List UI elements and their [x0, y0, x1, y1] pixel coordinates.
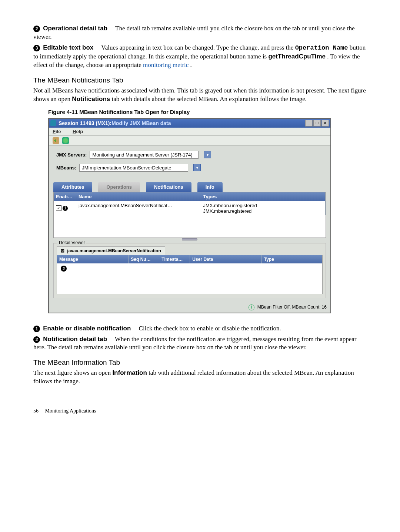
explain-callout-2: 2 Notification detail tab When the condi… [33, 335, 367, 352]
section-heading-information: The MBean Information Tab [33, 358, 367, 367]
notifications-table: Enab… Name Types ✓ 1 javax.management.MB… [53, 192, 326, 238]
detail-tab-close-icon[interactable]: ⊠ [61, 248, 64, 253]
dcol-type[interactable]: Type [262, 255, 322, 263]
status-text: MBean Filter Off. MBean Count: 16 [257, 304, 327, 310]
row-types: JMX.mbean.unregistered JMX.mbean.registe… [201, 201, 326, 215]
info-icon: i [249, 304, 254, 310]
splitter[interactable] [49, 238, 330, 241]
title-action: Modify JMX MBean data [111, 120, 171, 126]
table-row[interactable]: ✓ 1 javax.management.MBeanServerNotifica… [54, 201, 326, 215]
enable-checkbox[interactable]: ✓ [56, 205, 61, 211]
close-button[interactable]: × [321, 120, 329, 127]
jmx-servers-value: Monitoring and Management Server (JSR-17… [92, 152, 192, 158]
refresh-icon[interactable] [62, 137, 69, 144]
callout-marker-2: 2 [33, 26, 40, 32]
figure-4-11: Session 11493 (MX1): Modify JMX MBean da… [48, 118, 367, 313]
dcol-userdata[interactable]: User Data [190, 255, 261, 263]
operation-name-literal: Operation_Name [295, 44, 348, 51]
row-callout-1: 1 [63, 206, 68, 211]
title-session: Session 11493 (MX1): [59, 120, 111, 126]
minimize-button[interactable]: _ [305, 120, 313, 127]
col-enabled[interactable]: Enab… [54, 192, 76, 201]
jmx-servers-label: JMX Servers: [56, 152, 87, 158]
page-footer: 56 Monitoring Applications [33, 408, 367, 414]
app-icon [50, 120, 56, 126]
monitoring-metric-link[interactable]: monitoring metric [143, 61, 189, 68]
mbeans-dropdown-icon[interactable]: ▾ [193, 164, 201, 171]
callout-label-3: Editable text box [43, 44, 93, 51]
explain-marker-1: 1 [33, 326, 40, 332]
explain-label-1: Enable or disable notification [43, 325, 131, 332]
detail-tab-title: javax.management.MBeanServerNotification [67, 248, 161, 253]
example-button-name: getThreadCpuTime [268, 53, 326, 60]
mbeans-label: MBeans: [56, 165, 76, 171]
jmx-servers-dropdown-icon[interactable]: ▾ [204, 151, 211, 158]
titlebar[interactable]: Session 11493 (MX1): Modify JMX MBean da… [49, 119, 330, 128]
col-types[interactable]: Types [201, 192, 326, 201]
dcol-message[interactable]: Message [57, 255, 129, 263]
tab-operations[interactable]: Operations [98, 182, 140, 192]
app-window: Session 11493 (MX1): Modify JMX MBean da… [48, 118, 331, 313]
callout-marker-3: 3 [33, 45, 40, 51]
col-name[interactable]: Name [76, 192, 201, 201]
callout-para-3: 3 Editable text box Values appearing in … [33, 44, 367, 70]
figure-caption: Figure 4-11 MBean Notifications Tab Open… [48, 109, 367, 115]
back-icon[interactable] [53, 137, 59, 144]
table-empty-area [54, 215, 326, 238]
tab-notifications[interactable]: Notifications [146, 182, 191, 192]
detail-empty-area: 2 [57, 263, 322, 294]
toolbar [49, 136, 330, 146]
explain-label-2: Notification detail tab [43, 336, 107, 343]
dcol-seq[interactable]: Seq Nu… [129, 255, 159, 263]
callout-label-2: Operational detail tab [43, 25, 107, 32]
row-name: javax.management.MBeanServerNotificat… [76, 201, 201, 215]
explain-callout-1: 1 Enable or disable notification Click t… [33, 324, 367, 333]
tabs-row: Attributes Operations Notifications Info [53, 182, 330, 192]
detail-callout-2: 2 [61, 266, 67, 272]
tab-info[interactable]: Info [197, 182, 223, 192]
maximize-button[interactable]: □ [313, 120, 321, 127]
menu-file[interactable]: File [53, 129, 61, 134]
page-number: 56 [33, 408, 39, 414]
jmx-servers-combo[interactable]: Monitoring and Management Server (JSR-17… [90, 151, 199, 159]
footer-chapter: Monitoring Applications [45, 408, 96, 414]
section-heading-notifications: The MBean Notifications Tab [33, 76, 367, 84]
explain-text-1: Click the check box to enable or disable… [139, 325, 281, 332]
detail-tab[interactable]: ⊠ javax.management.MBeanServerNotificati… [57, 246, 165, 255]
mbeans-value: JMImplementation:MBeanServerDelegate [82, 165, 171, 171]
mbeans-combo[interactable]: JMImplementation:MBeanServerDelegate [79, 164, 188, 172]
menu-help[interactable]: Help [73, 129, 83, 134]
dcol-timestamp[interactable]: Timesta… [159, 255, 190, 263]
menubar: File Help [49, 128, 330, 136]
detail-viewer-legend: Detail Viewer [57, 240, 86, 245]
explain-marker-2: 2 [33, 336, 40, 343]
notifications-intro: Not all MBeans have notifications associ… [33, 87, 367, 104]
statusbar: i MBean Filter Off. MBean Count: 16 [49, 302, 330, 313]
detail-viewer: Detail Viewer ⊠ javax.management.MBeanSe… [53, 243, 326, 298]
callout-para-2: 2 Operational detail tab The detail tab … [33, 24, 367, 41]
tab-attributes[interactable]: Attributes [53, 182, 92, 192]
information-intro: The next figure shows an open Informatio… [33, 369, 367, 386]
